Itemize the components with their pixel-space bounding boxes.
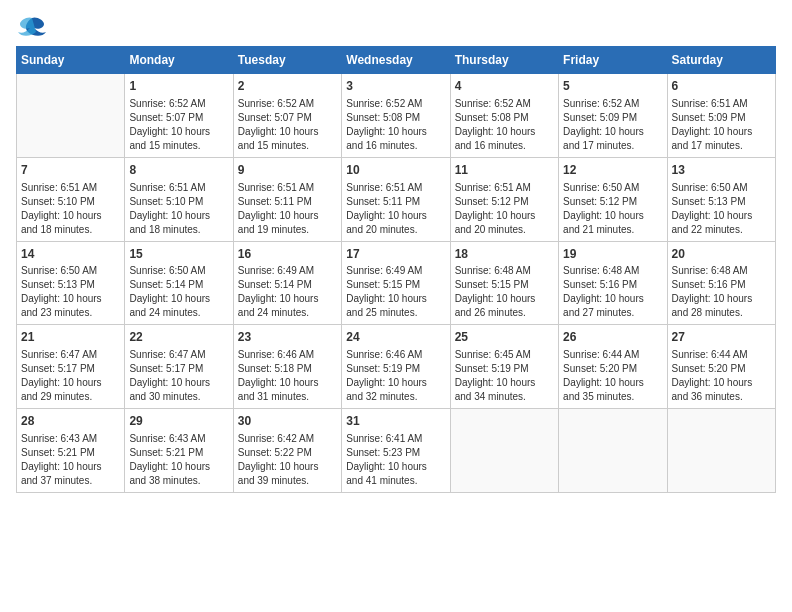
day-number: 11 (455, 162, 554, 179)
calendar-week-row: 7Sunrise: 6:51 AM Sunset: 5:10 PM Daylig… (17, 157, 776, 241)
day-number: 4 (455, 78, 554, 95)
day-info: Sunrise: 6:50 AM Sunset: 5:13 PM Dayligh… (672, 181, 771, 237)
day-info: Sunrise: 6:44 AM Sunset: 5:20 PM Dayligh… (563, 348, 662, 404)
day-number: 27 (672, 329, 771, 346)
day-number: 25 (455, 329, 554, 346)
day-info: Sunrise: 6:48 AM Sunset: 5:16 PM Dayligh… (563, 264, 662, 320)
calendar-cell: 22Sunrise: 6:47 AM Sunset: 5:17 PM Dayli… (125, 325, 233, 409)
day-info: Sunrise: 6:49 AM Sunset: 5:14 PM Dayligh… (238, 264, 337, 320)
day-info: Sunrise: 6:41 AM Sunset: 5:23 PM Dayligh… (346, 432, 445, 488)
calendar-header-row: SundayMondayTuesdayWednesdayThursdayFrid… (17, 47, 776, 74)
logo (16, 16, 46, 38)
day-number: 8 (129, 162, 228, 179)
day-number: 29 (129, 413, 228, 430)
calendar-header-friday: Friday (559, 47, 667, 74)
day-info: Sunrise: 6:50 AM Sunset: 5:14 PM Dayligh… (129, 264, 228, 320)
calendar-cell: 27Sunrise: 6:44 AM Sunset: 5:20 PM Dayli… (667, 325, 775, 409)
day-info: Sunrise: 6:47 AM Sunset: 5:17 PM Dayligh… (21, 348, 120, 404)
calendar-cell: 16Sunrise: 6:49 AM Sunset: 5:14 PM Dayli… (233, 241, 341, 325)
day-number: 31 (346, 413, 445, 430)
calendar-cell: 13Sunrise: 6:50 AM Sunset: 5:13 PM Dayli… (667, 157, 775, 241)
day-info: Sunrise: 6:51 AM Sunset: 5:10 PM Dayligh… (21, 181, 120, 237)
calendar-cell: 20Sunrise: 6:48 AM Sunset: 5:16 PM Dayli… (667, 241, 775, 325)
day-info: Sunrise: 6:42 AM Sunset: 5:22 PM Dayligh… (238, 432, 337, 488)
calendar-week-row: 21Sunrise: 6:47 AM Sunset: 5:17 PM Dayli… (17, 325, 776, 409)
day-number: 13 (672, 162, 771, 179)
day-info: Sunrise: 6:51 AM Sunset: 5:10 PM Dayligh… (129, 181, 228, 237)
day-info: Sunrise: 6:52 AM Sunset: 5:07 PM Dayligh… (129, 97, 228, 153)
day-info: Sunrise: 6:43 AM Sunset: 5:21 PM Dayligh… (129, 432, 228, 488)
day-number: 17 (346, 246, 445, 263)
calendar-cell: 10Sunrise: 6:51 AM Sunset: 5:11 PM Dayli… (342, 157, 450, 241)
calendar-header-sunday: Sunday (17, 47, 125, 74)
calendar-cell: 8Sunrise: 6:51 AM Sunset: 5:10 PM Daylig… (125, 157, 233, 241)
calendar-cell: 14Sunrise: 6:50 AM Sunset: 5:13 PM Dayli… (17, 241, 125, 325)
day-number: 10 (346, 162, 445, 179)
calendar-header-monday: Monday (125, 47, 233, 74)
calendar-week-row: 14Sunrise: 6:50 AM Sunset: 5:13 PM Dayli… (17, 241, 776, 325)
day-info: Sunrise: 6:52 AM Sunset: 5:08 PM Dayligh… (346, 97, 445, 153)
calendar-cell: 1Sunrise: 6:52 AM Sunset: 5:07 PM Daylig… (125, 74, 233, 158)
day-info: Sunrise: 6:51 AM Sunset: 5:11 PM Dayligh… (238, 181, 337, 237)
calendar-week-row: 1Sunrise: 6:52 AM Sunset: 5:07 PM Daylig… (17, 74, 776, 158)
day-info: Sunrise: 6:43 AM Sunset: 5:21 PM Dayligh… (21, 432, 120, 488)
day-info: Sunrise: 6:44 AM Sunset: 5:20 PM Dayligh… (672, 348, 771, 404)
calendar-cell: 23Sunrise: 6:46 AM Sunset: 5:18 PM Dayli… (233, 325, 341, 409)
calendar-cell: 29Sunrise: 6:43 AM Sunset: 5:21 PM Dayli… (125, 409, 233, 493)
day-info: Sunrise: 6:52 AM Sunset: 5:07 PM Dayligh… (238, 97, 337, 153)
day-info: Sunrise: 6:48 AM Sunset: 5:16 PM Dayligh… (672, 264, 771, 320)
day-info: Sunrise: 6:52 AM Sunset: 5:09 PM Dayligh… (563, 97, 662, 153)
calendar-cell (17, 74, 125, 158)
day-number: 16 (238, 246, 337, 263)
calendar-cell: 4Sunrise: 6:52 AM Sunset: 5:08 PM Daylig… (450, 74, 558, 158)
calendar-cell: 28Sunrise: 6:43 AM Sunset: 5:21 PM Dayli… (17, 409, 125, 493)
day-info: Sunrise: 6:50 AM Sunset: 5:12 PM Dayligh… (563, 181, 662, 237)
calendar-cell: 25Sunrise: 6:45 AM Sunset: 5:19 PM Dayli… (450, 325, 558, 409)
day-number: 30 (238, 413, 337, 430)
calendar-cell: 7Sunrise: 6:51 AM Sunset: 5:10 PM Daylig… (17, 157, 125, 241)
calendar-cell: 19Sunrise: 6:48 AM Sunset: 5:16 PM Dayli… (559, 241, 667, 325)
calendar-cell: 9Sunrise: 6:51 AM Sunset: 5:11 PM Daylig… (233, 157, 341, 241)
calendar-cell (450, 409, 558, 493)
day-number: 3 (346, 78, 445, 95)
day-number: 1 (129, 78, 228, 95)
calendar-cell: 3Sunrise: 6:52 AM Sunset: 5:08 PM Daylig… (342, 74, 450, 158)
calendar-cell: 12Sunrise: 6:50 AM Sunset: 5:12 PM Dayli… (559, 157, 667, 241)
calendar-header-thursday: Thursday (450, 47, 558, 74)
day-number: 18 (455, 246, 554, 263)
day-number: 9 (238, 162, 337, 179)
day-info: Sunrise: 6:52 AM Sunset: 5:08 PM Dayligh… (455, 97, 554, 153)
day-number: 20 (672, 246, 771, 263)
calendar-week-row: 28Sunrise: 6:43 AM Sunset: 5:21 PM Dayli… (17, 409, 776, 493)
day-number: 2 (238, 78, 337, 95)
day-info: Sunrise: 6:51 AM Sunset: 5:09 PM Dayligh… (672, 97, 771, 153)
calendar-cell: 6Sunrise: 6:51 AM Sunset: 5:09 PM Daylig… (667, 74, 775, 158)
calendar-cell: 18Sunrise: 6:48 AM Sunset: 5:15 PM Dayli… (450, 241, 558, 325)
day-number: 22 (129, 329, 228, 346)
day-number: 28 (21, 413, 120, 430)
calendar-cell: 30Sunrise: 6:42 AM Sunset: 5:22 PM Dayli… (233, 409, 341, 493)
day-info: Sunrise: 6:49 AM Sunset: 5:15 PM Dayligh… (346, 264, 445, 320)
day-info: Sunrise: 6:48 AM Sunset: 5:15 PM Dayligh… (455, 264, 554, 320)
calendar-cell (667, 409, 775, 493)
calendar-cell: 21Sunrise: 6:47 AM Sunset: 5:17 PM Dayli… (17, 325, 125, 409)
calendar-cell: 5Sunrise: 6:52 AM Sunset: 5:09 PM Daylig… (559, 74, 667, 158)
day-info: Sunrise: 6:45 AM Sunset: 5:19 PM Dayligh… (455, 348, 554, 404)
calendar-cell: 15Sunrise: 6:50 AM Sunset: 5:14 PM Dayli… (125, 241, 233, 325)
calendar-cell (559, 409, 667, 493)
calendar-table: SundayMondayTuesdayWednesdayThursdayFrid… (16, 46, 776, 493)
day-number: 7 (21, 162, 120, 179)
calendar-cell: 17Sunrise: 6:49 AM Sunset: 5:15 PM Dayli… (342, 241, 450, 325)
calendar-cell: 26Sunrise: 6:44 AM Sunset: 5:20 PM Dayli… (559, 325, 667, 409)
day-number: 15 (129, 246, 228, 263)
day-info: Sunrise: 6:46 AM Sunset: 5:18 PM Dayligh… (238, 348, 337, 404)
day-number: 23 (238, 329, 337, 346)
day-number: 21 (21, 329, 120, 346)
day-number: 5 (563, 78, 662, 95)
day-number: 19 (563, 246, 662, 263)
calendar-header-saturday: Saturday (667, 47, 775, 74)
page-header (16, 16, 776, 38)
day-number: 14 (21, 246, 120, 263)
calendar-cell: 11Sunrise: 6:51 AM Sunset: 5:12 PM Dayli… (450, 157, 558, 241)
day-info: Sunrise: 6:46 AM Sunset: 5:19 PM Dayligh… (346, 348, 445, 404)
